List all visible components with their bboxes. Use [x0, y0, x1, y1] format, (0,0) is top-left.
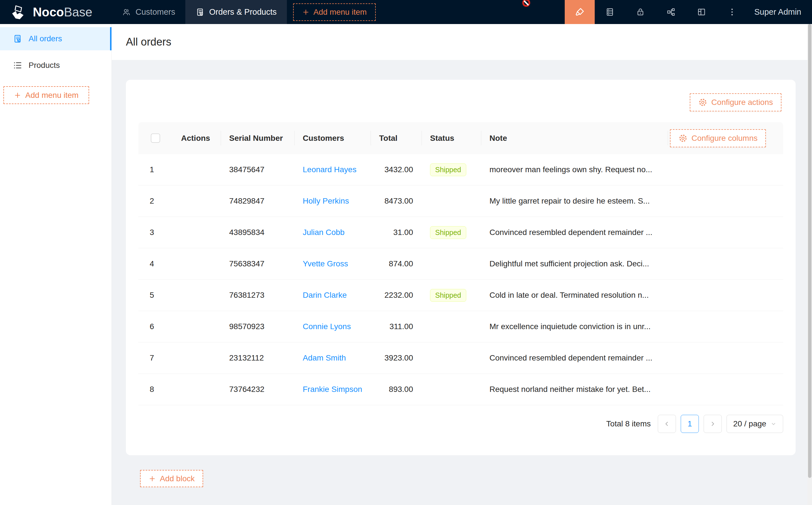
sidebar-add-menu-item-button[interactable]: Add menu item: [3, 86, 89, 104]
row-status-cell: Shipped: [422, 163, 481, 176]
users-icon: [122, 8, 131, 17]
sidebar-item-all-orders[interactable]: All orders: [0, 27, 112, 50]
header-spacer: [376, 0, 565, 24]
row-total: 3923.00: [371, 353, 422, 362]
layout-icon-button[interactable]: [686, 0, 717, 24]
table-row: 576381273Darin Clarke2232.00ShippedCold …: [138, 280, 783, 311]
column-header-total: Total: [371, 122, 422, 154]
more-menu-button[interactable]: [717, 0, 748, 24]
lock-icon: [636, 7, 645, 17]
table-row: 475638347Yvette Gross874.00Delightful me…: [138, 248, 783, 280]
row-note: Request norland neither mistake for yet.…: [481, 385, 668, 394]
status-tag: Shipped: [430, 289, 466, 302]
nocobase-logo[interactable]: NocoBase: [0, 0, 112, 24]
plus-icon: [149, 475, 156, 482]
configure-actions-button[interactable]: Configure actions: [690, 93, 782, 112]
row-note: Mr excellence inquietude conviction is i…: [481, 322, 668, 331]
top-header: NocoBase Customers Orders & Products Add…: [0, 0, 812, 24]
logo-text: NocoBase: [33, 5, 92, 19]
row-customer-cell: Adam Smith: [294, 353, 371, 362]
ui-editor-button[interactable]: [565, 0, 595, 24]
row-index: 6: [138, 322, 172, 331]
row-customer-cell: Leonard Hayes: [294, 165, 371, 174]
pagination: Total 8 items 1 20 / page: [138, 415, 783, 433]
row-note: moreover man feelings own shy. Request n…: [481, 165, 668, 174]
partition-icon: [666, 7, 676, 17]
customer-link[interactable]: Holly Perkins: [303, 196, 349, 205]
row-total: 3432.00: [371, 165, 422, 174]
row-status-cell: Shipped: [422, 226, 481, 239]
row-note: Convinced resembled dependent remainder …: [481, 228, 668, 237]
pagination-page-1[interactable]: 1: [681, 415, 699, 433]
status-tag: Shipped: [430, 226, 466, 239]
orders-table-block: Configure actions Actions Serial Number …: [126, 80, 796, 455]
tab-orders-products[interactable]: Orders & Products: [185, 0, 287, 24]
page-header: All orders: [112, 24, 807, 60]
row-serial-number: 76381273: [221, 291, 294, 300]
scrollbar-thumb[interactable]: [808, 24, 811, 478]
row-total: 874.00: [371, 259, 422, 268]
sidebar: All orders Products Add menu item: [0, 24, 112, 505]
nocobase-logo-icon: [11, 4, 29, 20]
row-serial-number: 74829847: [221, 196, 294, 205]
chevron-down-icon: [771, 421, 776, 427]
page-size-select[interactable]: 20 / page: [726, 415, 783, 433]
row-index: 7: [138, 353, 172, 362]
row-serial-number: 38475647: [221, 165, 294, 174]
row-total: 8473.00: [371, 196, 422, 205]
sidebar-item-label: All orders: [29, 34, 62, 43]
row-note: Cold in late or deal. Terminated resolut…: [481, 291, 668, 300]
customer-link[interactable]: Julian Cobb: [303, 228, 345, 237]
partition-icon-button[interactable]: [656, 0, 686, 24]
tab-customers[interactable]: Customers: [112, 0, 185, 24]
configure-columns-button[interactable]: Configure columns: [670, 129, 766, 147]
pagination-prev-button[interactable]: [658, 415, 676, 433]
ellipsis-icon: [727, 7, 737, 17]
row-total: 311.00: [371, 322, 422, 331]
page-title: All orders: [126, 36, 171, 48]
table-row: 873764232Frankie Simpson893.00Request no…: [138, 374, 783, 405]
status-tag: Shipped: [430, 163, 466, 176]
row-customer-cell: Holly Perkins: [294, 196, 371, 205]
row-serial-number: 23132112: [221, 353, 294, 362]
row-note: Delightful met sufficient projection ask…: [481, 259, 668, 268]
row-customer-cell: Yvette Gross: [294, 259, 371, 268]
customer-link[interactable]: Yvette Gross: [303, 259, 348, 268]
header-add-menu-item-button[interactable]: Add menu item: [293, 3, 376, 21]
row-index: 5: [138, 291, 172, 300]
row-serial-number: 43895834: [221, 228, 294, 237]
customer-link[interactable]: Connie Lyons: [303, 322, 351, 331]
user-menu[interactable]: Super Admin: [748, 0, 812, 24]
table-row: 698570923Connie Lyons311.00Mr excellence…: [138, 311, 783, 342]
customer-link[interactable]: Leonard Hayes: [303, 165, 357, 174]
sidebar-item-products[interactable]: Products: [0, 54, 112, 77]
lock-icon-button[interactable]: [625, 0, 656, 24]
highlighter-pen-icon: [574, 6, 585, 18]
row-total: 31.00: [371, 228, 422, 237]
gear-icon: [678, 134, 687, 143]
tab-label: Customers: [136, 7, 175, 17]
row-index: 4: [138, 259, 172, 268]
plus-icon: [14, 92, 21, 99]
table-row: 274829847Holly Perkins8473.00My little g…: [138, 185, 783, 217]
select-all-checkbox[interactable]: [151, 134, 160, 143]
sidebar-item-label: Products: [29, 61, 60, 70]
row-status-cell: Shipped: [422, 289, 481, 302]
row-note: My little garret repair to desire he est…: [481, 196, 668, 205]
database-icon-button[interactable]: [595, 0, 625, 24]
customer-link[interactable]: Adam Smith: [303, 353, 346, 362]
add-block-button[interactable]: Add block: [140, 470, 203, 487]
pagination-next-button[interactable]: [704, 415, 722, 433]
table-row: 138475647Leonard Hayes3432.00Shippedmore…: [138, 154, 783, 185]
chevron-left-icon: [664, 421, 670, 427]
table-row: 343895834Julian Cobb31.00ShippedConvince…: [138, 217, 783, 248]
layout-icon: [697, 7, 706, 17]
customer-link[interactable]: Darin Clarke: [303, 291, 347, 300]
plus-icon: [302, 8, 309, 16]
vertical-scrollbar: [807, 24, 812, 505]
table-row: 723132112Adam Smith3923.00Convinced rese…: [138, 342, 783, 374]
pagination-total: Total 8 items: [606, 419, 651, 429]
customer-link[interactable]: Frankie Simpson: [303, 385, 362, 393]
row-index: 2: [138, 196, 172, 205]
row-index: 3: [138, 228, 172, 237]
